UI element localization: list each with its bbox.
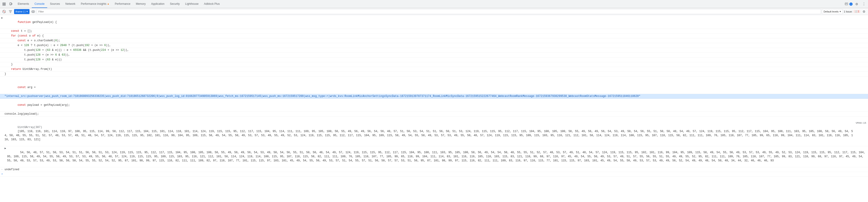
continuation-content: 54, 56, 48, 57, 51, 50, 53, 54, 51, 51, … xyxy=(7,146,866,167)
line-content: for (const o of e) { xyxy=(4,34,866,38)
tab-console[interactable]: Console xyxy=(32,0,47,8)
line-content-string: "internal_src:pushserver|wss_push_room_i… xyxy=(4,94,866,98)
tab-adblock[interactable]: Adblock Plus xyxy=(202,0,222,8)
default-levels-button[interactable]: Default levels ▼ xyxy=(822,9,843,14)
issue-count[interactable]: ⬜ 1 xyxy=(854,10,860,13)
svg-rect-1 xyxy=(4,3,5,4)
svg-rect-2 xyxy=(3,4,4,5)
toolbar: iframe (·) ▼ Default levels ▼ 1 Issue: ⬜… xyxy=(0,8,868,15)
tab-bar-left xyxy=(1,1,14,7)
console-line: e < 128 ? t.push(e) : e < 2048 ? (t.push… xyxy=(0,43,868,48)
line-content: t.push(128 + (63 & e))) xyxy=(4,58,866,62)
line-prefix: ▶ xyxy=(1,16,3,20)
svg-point-12 xyxy=(32,10,35,13)
clear-console-button[interactable] xyxy=(1,9,7,14)
tab-security[interactable]: Security xyxy=(167,0,183,8)
svg-line-11 xyxy=(3,11,5,12)
svg-point-13 xyxy=(32,11,34,12)
left-arrow: ← xyxy=(1,168,3,171)
eye-button[interactable] xyxy=(30,9,36,14)
tab-sources[interactable]: Sources xyxy=(47,0,63,8)
console-line: t.push(128 + (63 & e))) xyxy=(0,58,868,62)
line-content: t.push(128 + (e >> 6 & 63)), xyxy=(4,53,866,57)
chat-badge: 1 xyxy=(849,2,852,6)
line-content: return Uint8Array.from(t) xyxy=(4,67,866,71)
performance-insights-icon: ▲ xyxy=(107,2,110,5)
settings-button[interactable]: ⚙ xyxy=(854,1,860,7)
svg-rect-3 xyxy=(4,4,5,5)
console-line: t.push(128 + (e >> 6 & 63)), xyxy=(0,53,868,58)
console-line: const e = o.charCodeAt(0); xyxy=(0,38,868,43)
console-output-continuation: ▶ 54, 56, 48, 57, 51, 50, 53, 54, 51, 51… xyxy=(0,146,868,167)
prompt-content xyxy=(4,172,866,176)
line-content: console.log(payload); xyxy=(4,112,866,116)
console-blank-line xyxy=(0,76,868,81)
line-content: const e = o.charCodeAt(0); xyxy=(4,39,866,43)
line-content: } xyxy=(4,72,866,76)
console-line: const payload = getPayLoad(arg); xyxy=(0,99,868,112)
svg-rect-5 xyxy=(11,3,12,4)
prompt-indicator: > xyxy=(1,172,3,176)
tab-performance[interactable]: Performance xyxy=(112,0,133,8)
console-line: const arg = xyxy=(0,81,868,94)
filter-toggle-button[interactable] xyxy=(8,9,13,14)
console-line: return Uint8Array.from(t) xyxy=(0,67,868,72)
line-content: const arg = xyxy=(4,81,866,94)
console-content: ▶ function getPayLoad(e) { const t = [];… xyxy=(0,15,868,202)
expand-arrow[interactable]: ▶ xyxy=(4,146,6,150)
issue-badge: 1 Issue: ⬜ 1 xyxy=(844,10,860,13)
console-line: t.push(128 + (63 & e))) : e < 65536 && (… xyxy=(0,48,868,53)
toolbar-right: Default levels ▼ 1 Issue: ⬜ 1 ⚙ xyxy=(822,9,867,14)
console-output-line: Uint8Array(387) [105, 110, 116, 101, 114… xyxy=(0,121,868,146)
tab-lighthouse[interactable]: Lighthouse xyxy=(183,0,202,8)
tab-application[interactable]: Application xyxy=(149,0,167,8)
console-line-string: "internal_src:pushserver|wss_push_room_i… xyxy=(0,94,868,99)
console-line: console.log(payload); xyxy=(0,112,868,116)
console-blank-line xyxy=(0,116,868,121)
chat-indicator: 1 xyxy=(845,2,852,6)
more-button[interactable]: ⋮ xyxy=(861,1,867,7)
console-undefined-line: ← undefined xyxy=(0,167,868,172)
filter-input[interactable] xyxy=(37,9,821,14)
tab-elements[interactable]: Elements xyxy=(15,0,32,8)
tab-bar: Elements Console Sources Network Perform… xyxy=(0,0,868,8)
iframe-selector-button[interactable]: iframe (·) ▼ xyxy=(14,9,30,14)
tab-performance-insights[interactable]: Performance insights ▲ xyxy=(78,0,112,8)
line-content: t.push(128 + (63 & e))) : e < 65536 && (… xyxy=(4,48,866,52)
line-meta-vm: VM48:15 xyxy=(854,121,866,125)
line-content: function getPayLoad(e) { xyxy=(4,16,866,28)
console-prompt-line[interactable]: > xyxy=(0,172,868,177)
devtools-container: Elements Console Sources Network Perform… xyxy=(0,0,868,202)
tab-bar-right: 1 ⚙ ⋮ xyxy=(845,1,867,7)
tabs: Elements Console Sources Network Perform… xyxy=(15,0,845,8)
line-content: const t = []; xyxy=(4,29,866,33)
output-content: Uint8Array(387) [105, 110, 116, 101, 114… xyxy=(4,121,854,146)
toolbar-settings-button[interactable]: ⚙ xyxy=(861,9,867,14)
console-line: } xyxy=(0,72,868,76)
tab-memory[interactable]: Memory xyxy=(133,0,148,8)
console-line: ▶ function getPayLoad(e) { xyxy=(0,16,868,29)
console-line: for (const o of e) { xyxy=(0,34,868,38)
svg-rect-0 xyxy=(3,3,4,4)
console-line: const t = []; xyxy=(0,29,868,34)
devtools-device-button[interactable] xyxy=(8,1,14,7)
console-line: } xyxy=(0,62,868,67)
undefined-content: undefined xyxy=(4,168,866,172)
line-content: } xyxy=(4,62,866,67)
devtools-inspect-button[interactable] xyxy=(1,1,7,7)
tab-network[interactable]: Network xyxy=(63,0,78,8)
line-content: e < 128 ? t.push(e) : e < 2048 ? (t.push… xyxy=(4,43,866,47)
line-content: const payload = getPayLoad(arg); xyxy=(4,99,866,111)
